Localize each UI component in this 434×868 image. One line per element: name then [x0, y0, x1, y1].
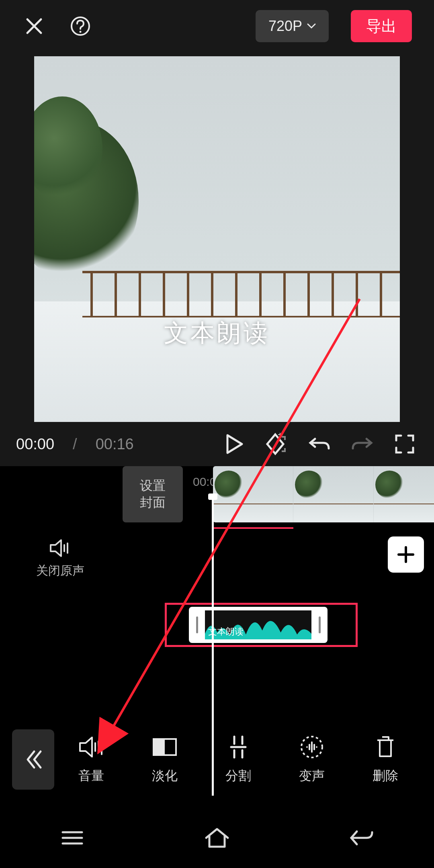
redo-icon	[349, 431, 375, 457]
chevron-down-icon	[307, 23, 316, 29]
speaker-icon	[49, 538, 72, 558]
tool-delete[interactable]: 删除	[348, 734, 422, 785]
clip-range-indicator	[213, 527, 293, 529]
tool-volume[interactable]: 音量	[54, 734, 128, 785]
tool-label: 删除	[373, 767, 398, 785]
voice-change-icon	[299, 734, 325, 760]
svg-text:+: +	[278, 433, 283, 439]
split-icon	[225, 734, 251, 760]
preview-text-overlay[interactable]: 文本朗读	[164, 317, 270, 350]
playback-row: 00:00 / 00:16 +	[0, 422, 434, 466]
tool-voice-change[interactable]: 变声	[275, 734, 348, 785]
top-bar: 720P 导出	[0, 0, 434, 52]
mute-label: 关闭原声	[36, 563, 84, 579]
svg-rect-4	[154, 739, 165, 755]
total-time: 00:16	[96, 436, 134, 453]
tool-label: 变声	[299, 767, 325, 785]
export-label: 导出	[366, 16, 397, 37]
delete-icon	[373, 734, 398, 760]
video-preview[interactable]: 文本朗读	[34, 56, 400, 422]
resolution-label: 720P	[268, 18, 302, 35]
time-separator: /	[73, 436, 77, 453]
system-nav-bar	[0, 808, 434, 868]
audio-clip[interactable]: 文本朗读	[189, 607, 328, 643]
audio-clip-label: 文本朗读	[208, 626, 244, 638]
current-time: 00:00	[16, 436, 54, 453]
fade-icon	[152, 734, 178, 760]
undo-icon[interactable]	[306, 431, 333, 457]
keyframe-icon[interactable]: +	[264, 431, 290, 457]
svg-point-1	[80, 31, 82, 33]
add-clip-button[interactable]	[388, 536, 424, 573]
tool-back-button[interactable]	[12, 729, 54, 790]
system-menu-icon[interactable]	[54, 820, 90, 856]
help-icon[interactable]	[68, 14, 92, 38]
chevron-double-left-icon	[25, 748, 42, 771]
system-back-icon[interactable]	[344, 820, 380, 856]
play-icon[interactable]	[221, 431, 248, 457]
system-home-icon[interactable]	[199, 820, 235, 856]
resolution-button[interactable]: 720P	[256, 10, 329, 42]
fullscreen-icon[interactable]	[391, 431, 418, 457]
tool-row: 音量 淡化 分割 变声 删除	[0, 719, 434, 800]
volume-icon	[78, 734, 104, 760]
tool-label: 音量	[78, 767, 104, 785]
audio-clip-handle-left[interactable]	[189, 607, 205, 643]
video-clip[interactable]	[213, 466, 434, 522]
tool-label: 淡化	[152, 767, 178, 785]
main-track: 关闭原声	[0, 530, 434, 587]
audio-waveform: 文本朗读	[205, 610, 311, 639]
preview-area: 文本朗读	[0, 52, 434, 422]
tool-label: 分割	[225, 767, 251, 785]
close-icon[interactable]	[22, 14, 46, 38]
export-button[interactable]: 导出	[351, 10, 412, 42]
set-cover-button[interactable]: 设置封面	[123, 466, 183, 522]
audio-clip-handle-right[interactable]	[311, 607, 328, 643]
plus-icon	[396, 545, 416, 564]
mute-original-sound-button[interactable]: 关闭原声	[0, 538, 121, 579]
tool-split[interactable]: 分割	[201, 734, 275, 785]
tool-fade[interactable]: 淡化	[128, 734, 201, 785]
